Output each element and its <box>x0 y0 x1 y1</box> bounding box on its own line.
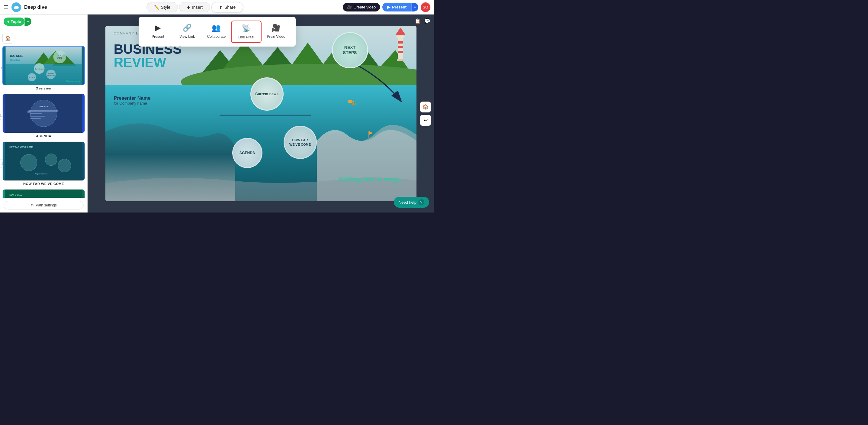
share-item-present[interactable]: ▶ Present <box>144 21 173 43</box>
thumb-content-newgoals: NEW GOALS <box>3 190 85 198</box>
thumb-content-agenda: AGENDA <box>3 94 85 133</box>
style-label: Style <box>161 5 170 10</box>
topbar: ☰ Deep dive ✏️ Style ✚ Insert ⬆ Share 🎥 … <box>0 0 434 15</box>
svg-rect-55 <box>398 41 403 44</box>
svg-text:Editing text is easy...: Editing text is easy... <box>65 80 82 82</box>
presenter-info: Presenter Name for Company name <box>114 95 151 106</box>
svg-rect-24 <box>29 110 58 112</box>
live-prezi-icon: 📡 <box>242 24 251 33</box>
slide-label-overview: Overview <box>2 86 85 90</box>
slide-item-newgoals[interactable]: 12-20 NEW GOALS NEW GOALS <box>2 189 85 198</box>
svg-point-33 <box>58 159 71 172</box>
insert-icon: ✚ <box>187 5 190 10</box>
topic-dropdown-button[interactable]: ▾ <box>25 18 31 26</box>
need-help-label: Need help <box>399 200 416 205</box>
svg-point-10 <box>53 51 66 63</box>
video-camera-icon: 🎥 <box>347 5 352 9</box>
slide-item-overview[interactable]: 1 <box>2 46 85 90</box>
present-button-group: ▶ Present ▾ <box>382 3 418 11</box>
slide-item-agenda[interactable]: 2-3 AGENDA <box>2 94 85 138</box>
current-news-label: Current news <box>255 92 278 96</box>
svg-point-59 <box>348 100 352 103</box>
topic-label: Topic <box>11 19 21 24</box>
topic-button[interactable]: + Topic <box>4 18 25 26</box>
app-logo <box>11 2 21 12</box>
link-icon: 🔗 <box>183 24 192 32</box>
svg-rect-53 <box>397 35 404 38</box>
sidebar-footer: ⚙ Path settings <box>0 198 87 213</box>
svg-text:NEXT: NEXT <box>58 55 62 57</box>
path-settings-label: Path settings <box>36 203 57 207</box>
how-far-line1: HOW FAR <box>289 138 311 142</box>
svg-rect-58 <box>397 59 404 61</box>
svg-text:NEW GOALS: NEW GOALS <box>9 194 22 196</box>
svg-rect-25 <box>30 113 42 114</box>
present-button[interactable]: ▶ Present <box>382 3 411 11</box>
sidebar-header: + Topic ▾ <box>0 15 87 29</box>
company-name: for Company name <box>114 101 151 106</box>
share-prezivideo-label: Prezi Video <box>267 34 285 39</box>
create-video-button[interactable]: 🎥 Create video <box>343 3 380 11</box>
comments-icon[interactable]: 💬 <box>423 17 432 25</box>
svg-rect-27 <box>30 118 40 119</box>
right-back-button[interactable]: ↩ <box>420 115 431 126</box>
right-nav: 🏠 ↩ <box>420 102 431 126</box>
share-item-liveprezi[interactable]: 📡 Live Prezi <box>231 21 261 43</box>
svg-point-2 <box>15 6 18 8</box>
home-icon-button[interactable]: 🏠 <box>2 33 13 44</box>
how-far-circle[interactable]: HOW FAR WE'VE COME <box>284 126 317 159</box>
current-news-circle[interactable]: Current news <box>250 77 284 111</box>
topbar-center: ✏️ Style ✚ Insert ⬆ Share <box>51 2 339 12</box>
present-dropdown-button[interactable]: ▾ <box>411 3 418 11</box>
prezi-video-icon: 🎥 <box>272 24 281 32</box>
tab-style[interactable]: ✏️ Style <box>147 2 178 12</box>
present-dropdown-icon: ▶ <box>155 24 161 32</box>
thumb-content-overview: BUSINESS REVIEW NEXT STEPS Current news … <box>3 47 84 85</box>
svg-point-61 <box>351 103 354 105</box>
svg-text:HOW FAR: HOW FAR <box>48 73 54 74</box>
slide-thumb-overview: BUSINESS REVIEW NEXT STEPS Current news … <box>2 46 85 85</box>
share-dropdown: ▶ Present 🔗 View Link 👥 Collaborate 📡 Li… <box>138 17 296 47</box>
plus-icon: + <box>7 19 10 24</box>
svg-point-28 <box>27 110 30 113</box>
need-help-question-icon: ? <box>418 199 424 205</box>
hamburger-icon[interactable]: ☰ <box>4 4 8 10</box>
svg-text:AGENDA: AGENDA <box>29 77 35 79</box>
avatar: SO <box>421 2 430 12</box>
next-steps-circle[interactable]: NEXT STEPS <box>332 32 368 68</box>
editing-text: Editing text is easy... <box>339 175 404 183</box>
style-icon: ✏️ <box>154 5 159 10</box>
share-present-label: Present <box>152 34 164 39</box>
share-collaborate-label: Collaborate <box>207 34 226 39</box>
need-help-button[interactable]: Need help ? <box>394 197 429 208</box>
slide-thumb-newgoals: NEW GOALS <box>2 189 85 198</box>
next-steps-line1: NEXT <box>343 45 357 50</box>
share-item-viewlink[interactable]: 🔗 View Link <box>173 21 202 43</box>
tab-share[interactable]: ⬆ Share <box>211 2 243 12</box>
agenda-circle[interactable]: AGENDA <box>232 138 262 168</box>
svg-rect-26 <box>30 116 45 117</box>
right-home-button[interactable]: 🏠 <box>420 102 431 112</box>
path-settings-button[interactable]: ⚙ Path settings <box>4 201 84 209</box>
share-icon: ⬆ <box>219 5 223 10</box>
slide-main: COMPANY LOGO BUSINESS REVIEW Presenter N… <box>105 26 416 201</box>
sidebar-list: 🏠 1 <box>0 29 87 198</box>
svg-text:STEPS: STEPS <box>57 57 63 59</box>
share-item-collaborate[interactable]: 👥 Collaborate <box>202 21 231 43</box>
tab-insert[interactable]: ✚ Insert <box>179 2 210 12</box>
canvas-toolbar: 📋 💬 <box>413 17 432 25</box>
insert-label: Insert <box>192 5 203 10</box>
share-item-prezivideo[interactable]: 🎥 Prezi Video <box>261 21 291 43</box>
slide-item-howfar[interactable]: 4-11 HOW FAR WE'VE COME Progress indicat… <box>2 141 85 186</box>
path-settings-icon: ⚙ <box>31 203 34 207</box>
notes-icon[interactable]: 📋 <box>413 17 422 25</box>
slide-label-howfar: HOW FAR WE'VE COME <box>2 182 85 186</box>
create-video-label: Create video <box>354 5 376 9</box>
presenter-name: Presenter Name <box>114 95 151 101</box>
svg-rect-63 <box>368 131 369 138</box>
agenda-label: AGENDA <box>239 151 255 155</box>
slide-thumb-howfar: HOW FAR WE'VE COME Progress indicators <box>2 141 85 181</box>
share-label: Share <box>224 5 236 10</box>
share-viewlink-label: View Link <box>179 34 195 39</box>
slide-label-agenda: AGENDA <box>2 134 85 138</box>
